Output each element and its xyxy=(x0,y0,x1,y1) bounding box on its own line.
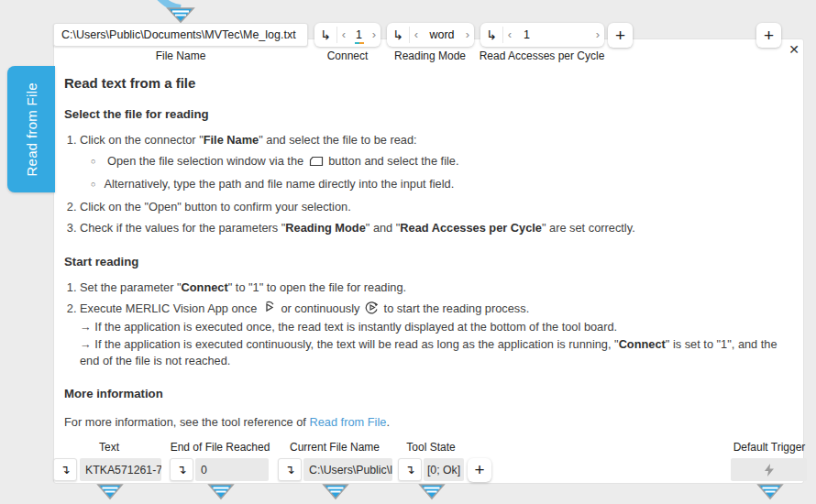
step-text: " to "1" to open the file for reading. xyxy=(228,280,406,294)
tool-state-connector-arrow[interactable] xyxy=(418,484,446,500)
step-text: Execute MERLIC Vision App once xyxy=(80,301,257,315)
text-output-label: Text xyxy=(99,441,119,454)
section-select-file: Select the file for reading xyxy=(64,107,798,121)
add-output-button[interactable]: + xyxy=(468,458,491,482)
output-arrow-icon[interactable]: ↴ xyxy=(398,458,422,481)
step-text-bold: Read Accesses per Cycle xyxy=(400,221,542,235)
step-item: Check if the values for the parameters "… xyxy=(80,217,798,238)
run-continuously-icon xyxy=(365,301,379,314)
tool-state-output-value: [0; Ok] xyxy=(424,458,464,481)
current-file-output-label: Current File Name xyxy=(290,441,380,454)
step-text: Set the parameter " xyxy=(80,280,182,294)
bullet-text: button and select the file. xyxy=(328,154,458,168)
text-connector-arrow[interactable] xyxy=(96,484,124,500)
step-text-bold: File Name xyxy=(204,133,259,147)
output-arrow-icon[interactable]: ↴ xyxy=(53,458,77,481)
eof-connector-arrow[interactable] xyxy=(207,484,235,500)
eof-output-value: 0 xyxy=(195,458,269,481)
output-arrow-icon[interactable]: ↴ xyxy=(278,458,302,481)
step-text: to start the reading process. xyxy=(384,301,530,315)
file-dialog-icon xyxy=(309,156,324,167)
step-text: Click on the connector " xyxy=(80,133,204,147)
step-text: or continuously xyxy=(281,301,359,315)
current-file-output-value: C:\Users\Public\l xyxy=(303,458,392,481)
file-name-connector-arrow[interactable] xyxy=(153,0,210,25)
output-arrow-icon[interactable]: ↴ xyxy=(170,458,193,481)
more-info-paragraph: For more information, see the tool refer… xyxy=(64,415,798,429)
note-text-bold: Connect xyxy=(619,337,666,351)
trigger-connector-arrow[interactable] xyxy=(756,484,784,500)
step-text-bold: Reading Mode xyxy=(285,221,365,235)
step-text: " and select the file to be read: xyxy=(259,133,416,147)
sub-bullet-item: Open the file selection window via the b… xyxy=(91,150,798,173)
text-output-value: KTKA571261-7 xyxy=(80,458,161,481)
section-start-reading: Start reading xyxy=(64,255,798,268)
tool-state-output-label: Tool State xyxy=(406,441,455,454)
section-more-information: More information xyxy=(64,387,798,400)
step-text: " are set correctly. xyxy=(542,221,635,235)
start-reading-steps: Set the parameter "Connect" to "1" to op… xyxy=(64,277,798,370)
run-once-icon xyxy=(262,301,276,314)
tool-board: Read from File File Name ↳ ‹ 1 › Connect… xyxy=(0,0,816,504)
tab-label: Read from File xyxy=(24,82,39,177)
note-text: → If the application is executed continu… xyxy=(80,337,619,351)
sub-bullet-item: Alternatively, type the path and file na… xyxy=(91,173,798,196)
more-info-text: . xyxy=(386,415,390,429)
step-text-bold: Connect xyxy=(182,280,228,294)
help-content: Read text from a file Select the file fo… xyxy=(64,38,798,429)
default-trigger-label: Default Trigger xyxy=(733,441,806,454)
select-file-steps: Click on the connector "File Name" and s… xyxy=(64,129,798,238)
step-item: Execute MERLIC Vision App once or contin… xyxy=(80,298,798,370)
step-item: Click on the connector "File Name" and s… xyxy=(80,129,798,196)
step-item: Click on the "Open" button to confirm yo… xyxy=(80,196,798,217)
read-from-file-link[interactable]: Read from File xyxy=(309,415,386,429)
bullet-text: Open the file selection window via the xyxy=(107,154,303,168)
eof-output-label: End of File Reached xyxy=(171,441,270,454)
lightning-bolt-icon xyxy=(765,464,774,477)
step-item: Set the parameter "Connect" to "1" to op… xyxy=(80,277,798,298)
step-text: " and " xyxy=(366,221,401,235)
result-note: → If the application is executed once, t… xyxy=(80,319,798,336)
result-note: → If the application is executed continu… xyxy=(80,336,798,370)
current-file-connector-arrow[interactable] xyxy=(322,484,349,500)
default-trigger-button[interactable] xyxy=(731,458,807,481)
tab-read-from-file[interactable]: Read from File xyxy=(7,66,55,192)
doc-title: Read text from a file xyxy=(64,75,798,91)
sub-bullets: Open the file selection window via the b… xyxy=(80,150,798,196)
more-info-text: For more information, see the tool refer… xyxy=(64,415,309,429)
step-text: Check if the values for the parameters " xyxy=(80,221,285,235)
